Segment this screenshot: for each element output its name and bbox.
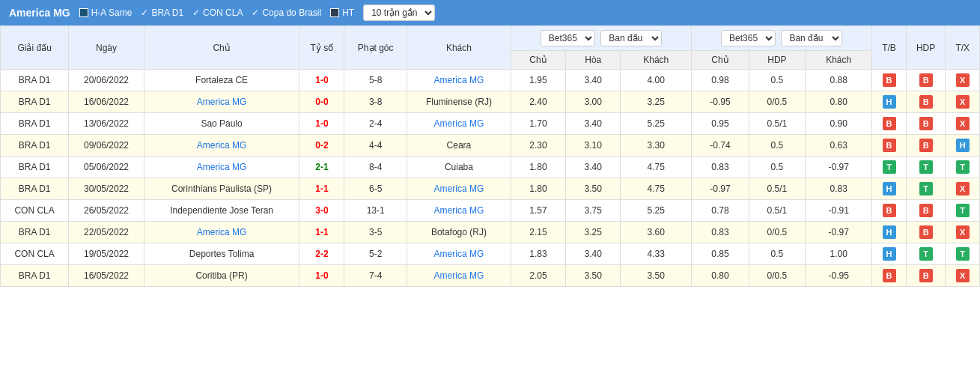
filter-ht[interactable]: HT (330, 7, 354, 18)
chu-cell[interactable]: America MG (144, 222, 299, 243)
ngay-cell: 19/05/2022 (69, 243, 144, 265)
khach-cell[interactable]: America MG (407, 243, 511, 265)
col-group-odds2: Bet3651xBet Ban đầuKèo cuối (692, 26, 872, 51)
chu-cell: Deportes Tolima (144, 243, 299, 265)
khach-hdp-cell: 0.63 (806, 135, 872, 157)
hdp-cell: 0.5 (749, 243, 805, 265)
tx-badge-cell: X (946, 91, 980, 113)
col-ngay: Ngày (69, 26, 144, 70)
khach-cell: Cuiaba (407, 157, 511, 178)
ngay-cell: 22/05/2022 (69, 222, 144, 243)
giai-dau-cell: BRA D1 (1, 70, 69, 91)
khach-cell[interactable]: America MG (407, 265, 511, 287)
hoa-cell: 3.50 (566, 265, 621, 287)
tb-badge-cell: T (872, 157, 906, 178)
chu-cell[interactable]: America MG (144, 91, 299, 113)
chu-cell[interactable]: America MG (144, 135, 299, 157)
hoa-cell: 3.40 (566, 113, 621, 135)
header-bar: America MG H-A Same ✓ BRA D1 ✓ CON CLA ✓… (0, 0, 980, 25)
chu-hdp-cell: 0.78 (692, 200, 749, 222)
hdp-cell: 0.5/1 (749, 200, 805, 222)
tx-badge-cell: X (946, 113, 980, 135)
ty-so-cell: 0-0 (299, 91, 344, 113)
hdp-cell: 0.5/1 (749, 178, 805, 200)
chu-hdp-cell: 0.83 (692, 157, 749, 178)
col-hdp: HDP (906, 26, 946, 70)
chu-odds-cell: 1.57 (511, 200, 565, 222)
checkbox-ha-same-icon (79, 8, 88, 17)
hdp-badge-cell: B (906, 135, 946, 157)
checkmark-con-cla-icon: ✓ (192, 7, 200, 18)
col-tx: T/X (946, 26, 980, 70)
ty-so-cell: 2-2 (299, 243, 344, 265)
khach-odds-cell: 5.25 (621, 113, 692, 135)
chu-cell[interactable]: America MG (144, 157, 299, 178)
chu-cell: Coritiba (PR) (144, 265, 299, 287)
hoa-cell: 3.40 (566, 157, 621, 178)
filter-ht-label: HT (342, 7, 354, 18)
recent-matches-dropdown[interactable]: 10 trận gần 5 trận gần 20 trận gần (363, 4, 435, 21)
khach-cell[interactable]: America MG (407, 70, 511, 91)
odds2-provider-dropdown[interactable]: Bet3651xBet (721, 30, 776, 46)
filter-copa-label: Copa do Brasil (262, 7, 321, 18)
tx-badge-cell: H (946, 135, 980, 157)
odds1-type-dropdown[interactable]: Ban đầuKèo cuối (600, 30, 662, 46)
filter-bra-d1[interactable]: ✓ BRA D1 (141, 7, 183, 18)
filter-ha-same[interactable]: H-A Same (79, 7, 133, 18)
hdp-cell: 0/0.5 (749, 265, 805, 287)
chu-cell: Sao Paulo (144, 113, 299, 135)
ty-so-cell: 1-1 (299, 178, 344, 200)
tb-badge-cell: H (872, 178, 906, 200)
filter-con-cla[interactable]: ✓ CON CLA (192, 7, 243, 18)
hdp-cell: 0.5/1 (749, 113, 805, 135)
khach-cell: Botafogo (RJ) (407, 222, 511, 243)
khach-hdp-cell: 0.88 (806, 70, 872, 91)
khach-hdp-cell: -0.97 (806, 222, 872, 243)
filter-copa-brasil[interactable]: ✓ Copa do Brasil (252, 7, 321, 18)
giai-dau-cell: BRA D1 (1, 135, 69, 157)
table-row: BRA D116/06/2022America MG0-03-8Fluminen… (1, 91, 980, 113)
checkbox-ht-icon (330, 8, 339, 17)
khach-hdp-cell: -0.95 (806, 265, 872, 287)
khach-hdp-cell: 1.00 (806, 243, 872, 265)
chu-hdp-cell: 0.83 (692, 222, 749, 243)
giai-dau-cell: BRA D1 (1, 178, 69, 200)
chu-hdp-cell: -0.95 (692, 91, 749, 113)
ty-so-cell: 1-1 (299, 222, 344, 243)
phat-goc-cell: 13-1 (344, 200, 407, 222)
tx-badge-cell: X (946, 178, 980, 200)
khach-cell: Ceara (407, 135, 511, 157)
filter-ha-same-label: H-A Same (91, 7, 133, 18)
ty-so-cell: 1-0 (299, 70, 344, 91)
table-row: BRA D113/06/2022Sao Paulo1-02-4America M… (1, 113, 980, 135)
chu-odds-cell: 1.83 (511, 243, 565, 265)
chu-odds-cell: 2.30 (511, 135, 565, 157)
chu-cell: Corinthians Paulista (SP) (144, 178, 299, 200)
col-chu-hdp: Chủ (692, 51, 749, 70)
hoa-cell: 3.40 (566, 243, 621, 265)
odds2-type-dropdown[interactable]: Ban đầuKèo cuối (781, 30, 842, 46)
tx-badge-cell: X (946, 222, 980, 243)
odds1-provider-dropdown[interactable]: Bet3651xBet (541, 30, 595, 46)
phat-goc-cell: 8-4 (344, 157, 407, 178)
khach-hdp-cell: 0.80 (806, 91, 872, 113)
col-hdp-sub: HDP (749, 51, 805, 70)
hdp-badge-cell: B (906, 265, 946, 287)
table-row: BRA D122/05/2022America MG1-13-5Botafogo… (1, 222, 980, 243)
checkmark-bra-d1-icon: ✓ (141, 7, 148, 18)
tb-badge-cell: B (872, 70, 906, 91)
chu-cell: Fortaleza CE (144, 70, 299, 91)
table-row: BRA D130/05/2022Corinthians Paulista (SP… (1, 178, 980, 200)
khach-odds-cell: 3.25 (621, 91, 692, 113)
khach-cell[interactable]: America MG (407, 113, 511, 135)
table-row: BRA D109/06/2022America MG0-24-4Ceara2.3… (1, 135, 980, 157)
chu-hdp-cell: 0.85 (692, 243, 749, 265)
khach-cell[interactable]: America MG (407, 200, 511, 222)
hdp-cell: 0.5 (749, 70, 805, 91)
col-giai-dau: Giải đấu (1, 26, 69, 70)
col-tb: T/B (872, 26, 906, 70)
khach-odds-cell: 3.30 (621, 135, 692, 157)
giai-dau-cell: BRA D1 (1, 91, 69, 113)
khach-cell[interactable]: America MG (407, 178, 511, 200)
phat-goc-cell: 3-8 (344, 91, 407, 113)
